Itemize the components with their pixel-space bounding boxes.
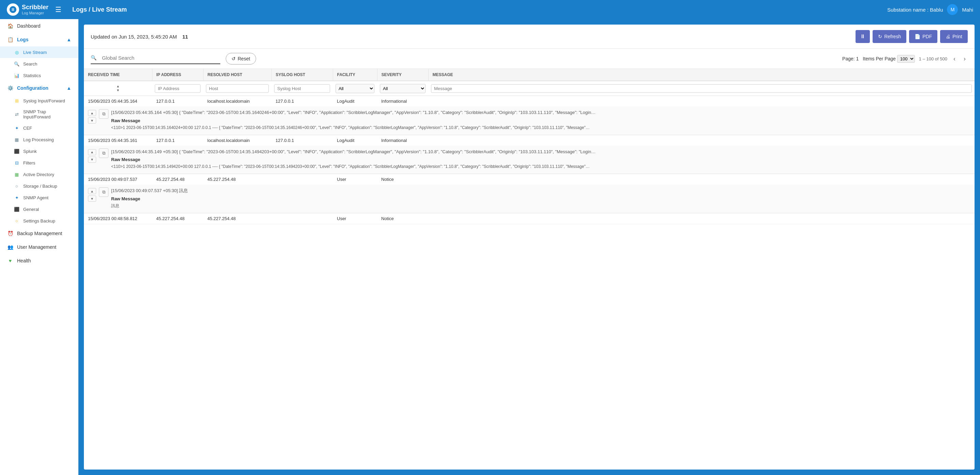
items-per-page-wrap: Items Per Page 100 50 200 [863, 55, 915, 63]
pdf-button[interactable]: 📄 PDF [909, 30, 937, 43]
filter-time-cell: ▲ ▼ [84, 81, 152, 96]
sidebar-item-search[interactable]: 🔍 Search [0, 58, 78, 70]
raw-message-text: <110>1 2023-06-15T00:14:35.164024+00:00 … [111, 124, 970, 131]
message-filter-input[interactable] [431, 84, 972, 93]
sidebar-active-directory-label: Active Directory [23, 172, 54, 177]
severity-filter-select[interactable]: All Informational Notice [380, 84, 426, 93]
sidebar-item-statistics[interactable]: 📊 Statistics [0, 70, 78, 81]
snmp-trap-icon: ⇄ [14, 111, 20, 117]
sort-down-button[interactable]: ▼ [116, 89, 120, 92]
cell-severity: Informational [377, 96, 428, 107]
sidebar: 🏠 Dashboard 📋 Logs ▲ ◎ Live Stream 🔍 Sea… [0, 19, 78, 475]
filter-facility-cell: All LogAudit User [333, 81, 377, 96]
sidebar-item-syslog[interactable]: ⊞ Syslog Input/Forward [0, 95, 78, 107]
ip-filter-input[interactable] [155, 84, 200, 93]
cell-received-time: 15/06/2023 05:44:35.161 [84, 135, 152, 146]
col-received-time: RECEIVED TIME [84, 69, 152, 81]
global-search-input[interactable] [99, 54, 202, 62]
search-bar: 🔍 ↺ Reset Page: 1 Items Per Page 100 50 … [84, 49, 975, 69]
filter-ip-cell [152, 81, 203, 96]
sidebar-item-general[interactable]: ⬛ General [0, 203, 78, 215]
next-page-button[interactable]: › [962, 54, 968, 63]
sidebar-snmp-agent-label: SNMP Agent [23, 195, 48, 200]
table-row: 15/06/2023 00:49:07.537 45.227.254.48 45… [84, 174, 975, 185]
sidebar-item-user-management[interactable]: 👥 User Management [0, 240, 78, 254]
cell-syslog-host [271, 213, 333, 224]
col-ip-address: IP ADDRESS [152, 69, 203, 81]
sidebar-item-active-directory[interactable]: ▦ Active Directory [0, 169, 78, 180]
cell-syslog-host: 127.0.0.1 [271, 135, 333, 146]
sidebar-dashboard-label: Dashboard [17, 23, 41, 29]
copy-button[interactable]: ⧉ [99, 148, 108, 158]
cell-resolved-host: localhost.localdomain [203, 135, 271, 146]
sidebar-item-snmp-agent[interactable]: ✦ SNMP Agent [0, 192, 78, 203]
filter-host-cell [203, 81, 271, 96]
logo-title: Scribbler [22, 4, 48, 11]
hamburger-menu[interactable]: ☰ [55, 5, 61, 14]
backup-mgmt-icon: ⏰ [7, 230, 14, 237]
col-message: MESSAGE [428, 69, 975, 81]
expand-down-button[interactable]: ▼ [88, 117, 96, 124]
substation-label: Substation name : Bablu [887, 7, 943, 13]
col-facility: FACILITY [333, 69, 377, 81]
syslog-host-filter-input[interactable] [274, 84, 330, 93]
print-button[interactable]: 🖨 Print [940, 30, 968, 43]
sidebar-item-cef[interactable]: ✦ CEF [0, 122, 78, 134]
expand-down-button[interactable]: ▼ [88, 196, 96, 202]
host-filter-input[interactable] [206, 84, 269, 93]
expand-up-button[interactable]: ▲ [88, 149, 96, 155]
cell-ip-address: 45.227.254.48 [152, 174, 203, 185]
sidebar-item-storage-backup[interactable]: ○ Storage / Backup [0, 180, 78, 192]
sort-time-cell: ▲ ▼ [87, 83, 150, 94]
reset-button[interactable]: ↺ Reset [226, 53, 256, 64]
sidebar-item-filters[interactable]: ⊟ Filters [0, 157, 78, 169]
col-syslog-host: SYSLOG HOST [271, 69, 333, 81]
prev-page-button[interactable]: ‹ [951, 54, 958, 63]
health-icon: ♥ [7, 257, 14, 264]
cell-message [428, 135, 975, 146]
pause-button[interactable]: ⏸ [856, 30, 870, 43]
expand-row: ▲ ▼ ⧉ [15/06/2023 05:44:35.164 +05:30] {… [84, 107, 975, 135]
splunk-icon: ⬛ [14, 148, 20, 154]
filter-row: ▲ ▼ [84, 81, 975, 96]
sidebar-item-backup-management[interactable]: ⏰ Backup Management [0, 226, 78, 240]
expand-down-button[interactable]: ▼ [88, 157, 96, 163]
sidebar-item-live-stream[interactable]: ◎ Live Stream [0, 46, 78, 58]
cell-facility: LogAudit [333, 135, 377, 146]
pdf-icon: 📄 [915, 34, 920, 39]
items-per-page-select[interactable]: 100 50 200 [897, 55, 915, 63]
updated-text: Updated on Jun 15, 2023, 5:45:20 AM [91, 34, 177, 40]
sidebar-item-splunk[interactable]: ⬛ Splunk [0, 145, 78, 157]
sidebar-item-health[interactable]: ♥ Health [0, 254, 78, 268]
header-left: Scribbler Log Manager ☰ Logs / Live Stre… [7, 3, 127, 16]
pause-icon: ⏸ [860, 33, 865, 40]
sidebar-item-dashboard[interactable]: 🏠 Dashboard [0, 19, 78, 33]
chevron-up-config-icon: ▲ [67, 85, 71, 91]
cef-icon: ✦ [14, 125, 20, 131]
content-area: Updated on Jun 15, 2023, 5:45:20 AM 11 ⏸… [78, 19, 980, 475]
sidebar-section-logs[interactable]: 📋 Logs ▲ [0, 33, 78, 46]
sort-up-button[interactable]: ▲ [116, 84, 120, 88]
facility-filter-select[interactable]: All LogAudit User [336, 84, 374, 93]
statistics-icon: 📊 [14, 72, 20, 78]
logo-text: Scribbler Log Manager [22, 4, 48, 16]
expand-btn-wrap: ▲ ▼ [88, 149, 96, 163]
refresh-button[interactable]: ↻ Refresh [873, 30, 906, 43]
expand-up-button[interactable]: ▲ [88, 110, 96, 116]
logo-subtitle: Log Manager [22, 11, 48, 15]
sidebar-item-log-processing[interactable]: ▦ Log Processing [0, 134, 78, 145]
expand-content: [15/06/2023 05:44:35.149 +05:30] { "Date… [111, 148, 970, 170]
cell-facility: User [333, 213, 377, 224]
cell-received-time: 15/06/2023 00:49:07.537 [84, 174, 152, 185]
sidebar-item-settings-backup[interactable]: ○ Settings Backup [0, 215, 78, 226]
expand-up-button[interactable]: ▲ [88, 188, 96, 194]
cell-facility: User [333, 174, 377, 185]
expand-content: [15/06/2023 00:49:07.537 +05:30] 訊息 Raw … [111, 187, 970, 209]
logo-icon [7, 3, 19, 16]
search-input-icon: 🔍 [91, 55, 97, 61]
cell-facility: LogAudit [333, 96, 377, 107]
sidebar-item-snmp-trap[interactable]: ⇄ SNMP Trap Input/Forward [0, 107, 78, 122]
copy-button[interactable]: ⧉ [99, 109, 108, 119]
sidebar-section-configuration[interactable]: ⚙️ Configuration ▲ [0, 81, 78, 95]
copy-button[interactable]: ⧉ [99, 187, 108, 197]
